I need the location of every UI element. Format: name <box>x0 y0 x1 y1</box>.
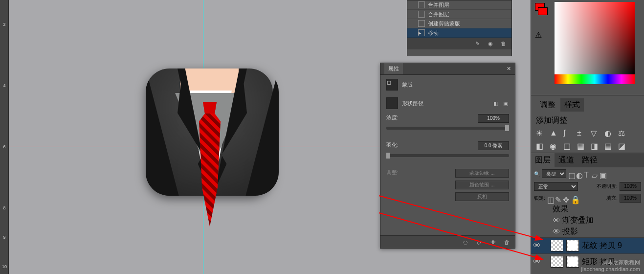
eye-icon[interactable]: 👁 <box>490 239 496 245</box>
vertical-ruler: 2 4 6 8 9 10 <box>0 0 9 274</box>
history-label: 创建剪贴蒙版 <box>428 20 460 27</box>
circle-icon[interactable]: ◌ <box>463 239 469 245</box>
layer-item[interactable]: 👁 花纹 拷贝 9 <box>531 237 644 253</box>
layers-tab[interactable]: 图层 <box>531 153 555 167</box>
camera-icon[interactable]: ◉ <box>488 41 494 46</box>
eye-icon[interactable]: 👁 <box>533 241 540 250</box>
lock-position-icon[interactable]: ✥ <box>563 195 569 201</box>
history-label: 合并图层 <box>428 1 449 9</box>
mask-label: 蒙版 <box>402 81 413 89</box>
layer-thumbnail[interactable] <box>551 256 563 268</box>
curves-icon[interactable]: ∫ <box>563 129 572 137</box>
suit-icon-artwork <box>146 68 279 215</box>
channels-tab[interactable]: 通道 <box>555 153 578 167</box>
filter-smart-icon[interactable]: ▣ <box>600 171 605 177</box>
feather-value[interactable]: 0.0 像素 <box>478 141 509 150</box>
move-icon: ▸ <box>418 29 425 36</box>
mask-edge-button[interactable]: 蒙版边缘 ... <box>455 169 509 178</box>
history-label: 合并图层 <box>428 11 449 18</box>
mask-thumbnail[interactable] <box>566 240 579 251</box>
history-panel: 合并图层 合并图层 创建剪贴蒙版 ▸移动 ✎ ◉ 🗑 <box>407 0 512 56</box>
hue-icon[interactable]: ◐ <box>604 129 613 137</box>
balance-icon[interactable]: ⚖ <box>618 129 627 137</box>
color-range-button[interactable]: 颜色范围 ... <box>455 181 509 189</box>
hue-strip[interactable] <box>555 74 635 84</box>
history-item[interactable]: ▸移动 <box>407 28 511 38</box>
history-item[interactable]: 合并图层 <box>407 0 511 10</box>
history-footer: ✎ ◉ 🗑 <box>407 38 511 49</box>
history-item[interactable]: 合并图层 <box>407 10 511 19</box>
layer-thumbnail[interactable] <box>551 240 563 251</box>
filter-image-icon[interactable]: ▢ <box>568 171 574 177</box>
fx-header[interactable]: 效果 <box>531 204 644 215</box>
invert-button[interactable]: 反相 <box>455 192 509 201</box>
density-label: 浓度: <box>386 114 399 123</box>
color-panel: ⚠ <box>531 0 644 95</box>
right-dock: ⚠ 调整 样式 添加调整 ☀ ▲ ∫ ± ▽ ◐ ⚖ ◧ ◉ ◫ ▦ ◨ ▤ ◪… <box>531 0 644 274</box>
filter-adjust-icon[interactable]: ◐ <box>576 171 582 177</box>
filter-text-icon[interactable]: T <box>584 171 590 177</box>
lock-paint-icon[interactable]: ✎ <box>555 195 561 201</box>
lock-all-icon[interactable]: 🔒 <box>571 195 577 201</box>
warning-icon[interactable]: ⚠ <box>535 30 542 40</box>
color-field[interactable] <box>555 2 635 74</box>
adjustments-tab[interactable]: 调整 <box>536 98 559 112</box>
eye-icon[interactable]: 👁 <box>553 216 559 225</box>
opacity-value[interactable]: 100% <box>620 182 641 191</box>
adjust-label: 调整: <box>386 169 399 178</box>
lock-transparency-icon[interactable]: ◫ <box>547 195 553 201</box>
feather-slider[interactable] <box>386 154 509 157</box>
trash-icon[interactable]: 🗑 <box>504 239 510 245</box>
opacity-label: 不透明度: <box>597 183 618 190</box>
layers-panel: 图层 通道 路径 🔍 类型 ▢ ◐ T ▱ ▣ 正常 不透明度: 100% 锁定… <box>531 153 644 274</box>
history-item[interactable]: 创建剪贴蒙版 <box>407 19 511 28</box>
mixer-icon[interactable]: ◫ <box>563 141 572 149</box>
exposure-icon[interactable]: ± <box>577 129 586 137</box>
blend-mode-select[interactable]: 正常 <box>534 182 578 191</box>
paths-tab[interactable]: 路径 <box>578 153 601 167</box>
close-icon[interactable]: ✕ <box>507 66 511 72</box>
eye-icon[interactable]: 👁 <box>533 257 540 266</box>
styles-tab[interactable]: 样式 <box>560 98 584 112</box>
density-value[interactable]: 100% <box>478 114 509 123</box>
mask-thumbnail[interactable] <box>566 256 579 268</box>
posterize-icon[interactable]: ▤ <box>604 141 613 149</box>
vibrance-icon[interactable]: ▽ <box>591 129 600 137</box>
fill-value[interactable]: 100% <box>620 194 641 203</box>
diamond-icon[interactable]: ◇ <box>477 239 483 245</box>
vector-mask-icon[interactable]: ▣ <box>503 100 509 106</box>
shape-thumb <box>386 97 398 109</box>
photo-filter-icon[interactable]: ◉ <box>550 141 558 149</box>
brush-icon[interactable]: ✎ <box>475 41 481 46</box>
ruler-tick: 2 <box>1 22 8 27</box>
brightness-icon[interactable]: ☀ <box>536 129 545 137</box>
density-slider[interactable] <box>386 127 509 130</box>
document-icon <box>418 20 425 27</box>
filter-shape-icon[interactable]: ▱ <box>592 171 598 177</box>
invert-icon[interactable]: ◨ <box>591 141 600 149</box>
fill-label: 填充: <box>606 195 618 202</box>
shape-path-label: 形状路径 <box>402 100 423 107</box>
filter-type-select[interactable]: 类型 <box>542 169 566 178</box>
threshold-icon[interactable]: ◪ <box>618 141 627 149</box>
fx-gradient-overlay[interactable]: 👁渐变叠加 <box>531 215 644 226</box>
background-swatch[interactable] <box>538 7 548 15</box>
bw-icon[interactable]: ◧ <box>536 141 545 149</box>
ruler-tick: 8 <box>1 206 8 210</box>
lookup-icon[interactable]: ▦ <box>577 141 586 149</box>
history-label: 移动 <box>428 29 439 37</box>
layer-name[interactable]: 花纹 拷贝 9 <box>582 241 622 251</box>
levels-icon[interactable]: ▲ <box>550 129 558 137</box>
feather-label: 羽化: <box>386 141 399 150</box>
ruler-tick: 9 <box>1 235 8 240</box>
properties-tab[interactable]: 属性 <box>384 63 403 74</box>
trash-icon[interactable]: 🗑 <box>501 41 507 46</box>
document-icon <box>418 1 425 8</box>
ruler-tick: 4 <box>1 83 8 88</box>
eye-icon[interactable]: 👁 <box>553 228 559 236</box>
watermark: 脚本之家教程网 jiaocheng.chazidian.com <box>581 259 640 272</box>
adjustments-panel: 调整 样式 添加调整 ☀ ▲ ∫ ± ▽ ◐ ⚖ ◧ ◉ ◫ ▦ ◨ ▤ ◪ ▭… <box>531 95 644 153</box>
pixel-mask-icon[interactable]: ◧ <box>493 100 499 106</box>
tie-shape <box>198 102 222 227</box>
fx-drop-shadow[interactable]: 👁投影 <box>531 226 644 237</box>
